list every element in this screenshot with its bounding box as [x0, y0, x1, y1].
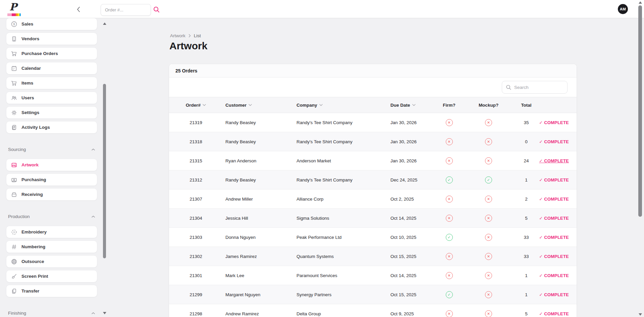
- column-header-company[interactable]: Company: [294, 103, 384, 108]
- firm-status-icon: [446, 272, 453, 279]
- mockup-status-icon: [485, 157, 492, 164]
- clipboard-icon: [11, 124, 17, 131]
- cell-order-number: 21303: [169, 235, 223, 240]
- sidebar-item-embroidery[interactable]: Embroidery: [6, 226, 97, 238]
- sidebar-section-sourcing[interactable]: Sourcing: [8, 147, 95, 152]
- page-title: Artwork: [169, 40, 207, 52]
- users-icon: [11, 95, 17, 101]
- complete-link[interactable]: COMPLETE: [539, 235, 569, 240]
- complete-link[interactable]: COMPLETE: [539, 292, 569, 297]
- chevron-down-icon: [203, 104, 206, 106]
- sidebar-item-purchase-orders[interactable]: Purchase Orders: [6, 47, 97, 60]
- complete-link[interactable]: COMPLETE: [539, 254, 569, 259]
- sidebar-item-activity-logs[interactable]: Activity Logs: [6, 121, 97, 134]
- table-row[interactable]: 21301 Mark Lee Paramount Services Oct 14…: [169, 266, 577, 285]
- table-row[interactable]: 21304 Jessica Hill Sigma Solutions Oct 1…: [169, 209, 577, 228]
- table-row[interactable]: 21302 James Ramirez Quantum Systems Oct …: [169, 247, 577, 266]
- complete-link[interactable]: COMPLETE: [539, 120, 569, 125]
- cell-customer: Mark Lee: [223, 273, 294, 278]
- breadcrumb-current: List: [194, 33, 201, 38]
- firm-status-icon: [446, 196, 453, 203]
- cell-due-date: Dec 24, 2025: [384, 177, 437, 182]
- scroll-up-arrow[interactable]: [639, 1, 642, 4]
- sidebar-item-label: Screen Print: [21, 274, 48, 279]
- table-row[interactable]: 21299 Margaret Nguyen Synergy Partners O…: [169, 285, 577, 304]
- sidebar-item-users[interactable]: Users: [6, 92, 97, 104]
- calendar-icon: [11, 65, 17, 72]
- sidebar-item-settings[interactable]: Settings: [6, 106, 97, 119]
- sidebar-scrollbar[interactable]: [103, 18, 106, 317]
- sidebar-section-production[interactable]: Production: [8, 214, 95, 219]
- cell-company: Sigma Solutions: [294, 216, 384, 221]
- sidebar-item-outsource[interactable]: Outsource: [6, 255, 97, 268]
- sidebar-item-transfer[interactable]: Transfer: [6, 285, 97, 297]
- sidebar-scrollbar-thumb[interactable]: [103, 84, 106, 258]
- complete-link[interactable]: COMPLETE: [539, 273, 569, 278]
- box-icon: [11, 191, 17, 198]
- user-avatar[interactable]: AM: [618, 4, 628, 14]
- cell-company: Peak Performance Ltd: [294, 235, 384, 240]
- mockup-status-icon: [485, 253, 492, 260]
- cell-customer: Jessica Hill: [223, 216, 294, 221]
- card-header: 25 Orders: [169, 64, 577, 77]
- mockup-status-icon: [485, 138, 492, 145]
- complete-link[interactable]: COMPLETE: [539, 311, 569, 316]
- column-header-total: Total: [516, 103, 536, 108]
- column-header-order[interactable]: Order#: [169, 103, 223, 108]
- chevron-up-icon: [91, 312, 95, 315]
- sidebar-section-finishing[interactable]: Finishing: [8, 311, 95, 316]
- table-row[interactable]: 21312 Randy Beasley Randy's Tee Shirt Co…: [169, 170, 577, 190]
- sidebar-item-items[interactable]: Items: [6, 77, 97, 89]
- cell-customer: Andrew Miller: [223, 197, 294, 202]
- table-row[interactable]: 21315 Ryan Anderson Anderson Market Jan …: [169, 151, 577, 170]
- table-row[interactable]: 21318 Randy Beasley Randy's Tee Shirt Co…: [169, 132, 577, 151]
- scroll-down-arrow[interactable]: [103, 312, 106, 314]
- cell-total: 5: [516, 311, 536, 316]
- sidebar-item-numbering[interactable]: Numbering: [6, 241, 97, 253]
- sidebar-item-label: Artwork: [21, 162, 39, 167]
- search-submit-button[interactable]: [153, 6, 160, 13]
- firm-status-icon: [446, 119, 453, 126]
- column-header-due-date[interactable]: Due Date: [384, 103, 437, 108]
- mockup-status-icon: [485, 176, 492, 183]
- chevron-right-icon: [189, 34, 191, 38]
- cell-company: Randy's Tee Shirt Company: [294, 139, 384, 144]
- page-scrollbar[interactable]: [638, 0, 642, 317]
- sidebar-item-purchasing[interactable]: Purchasing: [6, 173, 97, 186]
- brand-color-bar: [7, 13, 21, 16]
- table-row[interactable]: 21319 Randy Beasley Randy's Tee Shirt Co…: [169, 113, 577, 132]
- column-header-customer[interactable]: Customer: [223, 103, 294, 108]
- breadcrumb-parent[interactable]: Artwork: [170, 33, 185, 38]
- back-button[interactable]: [74, 6, 82, 13]
- sidebar-item-vendors[interactable]: Vendors: [6, 33, 97, 45]
- orders-card: 25 Orders Order# Customer Company Due Da…: [169, 64, 577, 317]
- sidebar-item-artwork[interactable]: Artwork: [6, 159, 97, 171]
- complete-link[interactable]: COMPLETE: [539, 197, 569, 202]
- sidebar-item-screen-print[interactable]: Screen Print: [6, 270, 97, 282]
- mockup-status-icon: [485, 196, 492, 203]
- table-row[interactable]: 21298 Andrew Ramirez Delta Group Oct 9, …: [169, 304, 577, 317]
- firm-status-icon: [446, 234, 453, 241]
- complete-link[interactable]: COMPLETE: [539, 216, 569, 221]
- scroll-up-arrow[interactable]: [103, 22, 106, 25]
- chevron-up-icon: [91, 215, 95, 218]
- page-scrollbar-thumb[interactable]: [638, 5, 642, 217]
- table-row[interactable]: 21307 Andrew Miller Alliance Corp Oct 2,…: [169, 190, 577, 209]
- complete-link[interactable]: COMPLETE: [539, 158, 569, 163]
- cell-due-date: Oct 10, 2025: [384, 235, 437, 240]
- table-search: [502, 81, 568, 94]
- cell-company: Paramount Services: [294, 273, 384, 278]
- complete-link[interactable]: COMPLETE: [539, 177, 569, 182]
- cell-due-date: Oct 14, 2025: [384, 273, 437, 278]
- brand-logo[interactable]: P: [7, 1, 22, 16]
- sidebar-item-label: Calendar: [21, 66, 41, 71]
- sidebar-item-sales[interactable]: $ Sales: [6, 18, 97, 30]
- sidebar-item-receiving[interactable]: Receiving: [6, 188, 97, 201]
- scroll-down-arrow[interactable]: [639, 313, 642, 316]
- order-search-input[interactable]: [101, 4, 151, 16]
- table-search-input[interactable]: [502, 81, 568, 94]
- cell-total: 35: [516, 120, 536, 125]
- table-row[interactable]: 21303 Donna Nguyen Peak Performance Ltd …: [169, 228, 577, 247]
- sidebar-item-calendar[interactable]: Calendar: [6, 62, 97, 74]
- complete-link[interactable]: COMPLETE: [539, 139, 569, 144]
